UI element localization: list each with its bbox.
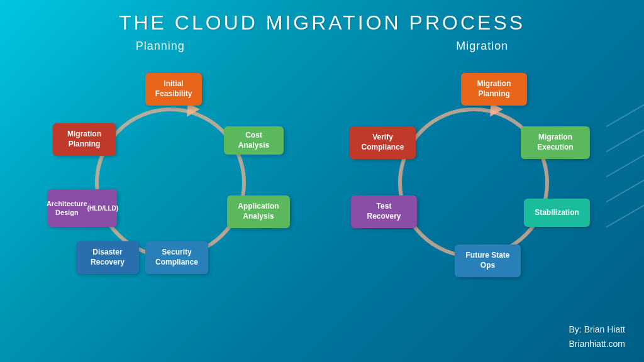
diagrams-container: InitialFeasibility Cost Analysis Applica…: [0, 51, 644, 315]
planning-diagram: InitialFeasibility Cost Analysis Applica…: [35, 51, 306, 315]
initial-feasibility-box: InitialFeasibility: [145, 73, 202, 106]
page-title: THE CLOUD MIGRATION PROCESS: [0, 0, 644, 35]
stabilization-box: Stabilization: [524, 199, 590, 227]
credit-block: By: Brian Hiatt Brianhiatt.com: [569, 322, 625, 351]
decorative-lines: [606, 63, 644, 251]
migration-execution-box: MigrationExecution: [521, 126, 590, 159]
application-analysis-box: ApplicationAnalysis: [227, 195, 290, 228]
migration-planning-left-box: MigrationPlanning: [53, 123, 116, 156]
disaster-recovery-box: DisasterRecovery: [76, 241, 139, 274]
future-state-ops-box: Future StateOps: [455, 244, 521, 277]
security-compliance-box: SecurityCompliance: [145, 241, 208, 274]
verify-compliance-box: VerifyCompliance: [350, 126, 416, 159]
test-recovery-box: TestRecovery: [351, 195, 417, 228]
planning-circle: [95, 107, 246, 258]
cost-analysis-box: Cost Analysis: [224, 126, 284, 155]
migration-planning-right-box: MigrationPlanning: [461, 73, 527, 106]
credit-line2: Brianhiatt.com: [569, 337, 625, 351]
migration-diagram: MigrationPlanning MigrationExecution Sta…: [338, 51, 609, 315]
architecture-design-box: ArchitectureDesign(HLD/LLD): [48, 189, 117, 227]
credit-line1: By: Brian Hiatt: [569, 322, 625, 336]
